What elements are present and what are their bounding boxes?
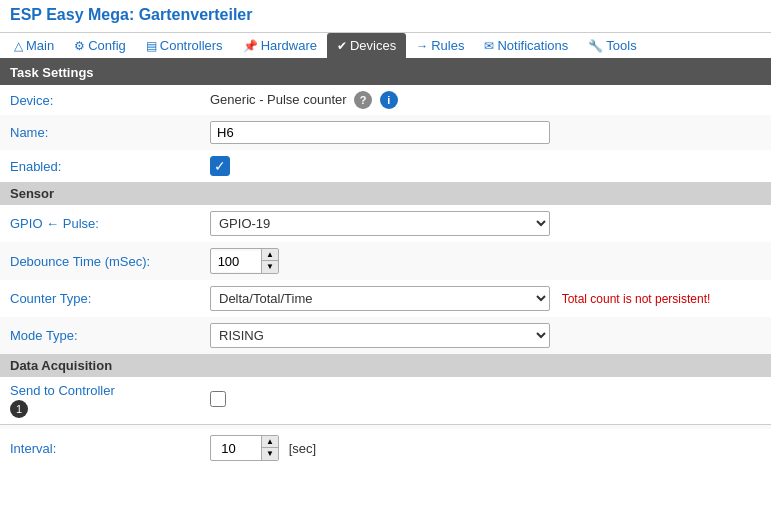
nav-label-hardware: Hardware <box>261 38 317 53</box>
nav-item-notifications[interactable]: ✉ Notifications <box>474 33 578 58</box>
rules-icon: → <box>416 39 428 53</box>
interval-label: Interval: <box>0 429 200 467</box>
nav-item-hardware[interactable]: 📌 Hardware <box>233 33 327 58</box>
device-value: Generic - Pulse counter <box>210 92 347 107</box>
header: ESP Easy Mega: Gartenverteiler <box>0 0 771 33</box>
debounce-increment[interactable]: ▲ <box>262 249 278 261</box>
nav-item-main[interactable]: △ Main <box>4 33 64 58</box>
sensor-header: Sensor <box>0 182 771 205</box>
nav-item-controllers[interactable]: ▤ Controllers <box>136 33 233 58</box>
send-controller-text: Send to Controller <box>10 383 190 398</box>
counter-type-label: Counter Type: <box>0 280 200 317</box>
interval-input[interactable] <box>211 438 261 459</box>
name-input[interactable] <box>210 121 550 144</box>
controller-number-badge: 1 <box>10 400 28 418</box>
debounce-decrement[interactable]: ▼ <box>262 261 278 273</box>
debounce-spinner: ▲ ▼ <box>210 248 279 274</box>
devices-icon: ✔ <box>337 39 347 53</box>
interval-spinner: ▲ ▼ <box>210 435 279 461</box>
device-value-cell: Generic - Pulse counter ? i <box>200 85 771 115</box>
enabled-checkbox[interactable]: ✓ <box>210 156 230 176</box>
device-row: Device: Generic - Pulse counter ? i <box>0 85 771 115</box>
send-controller-row: Send to Controller 1 <box>0 377 771 425</box>
debounce-label: Debounce Time (mSec): <box>0 242 200 280</box>
gpio-row: GPIO ← Pulse: GPIO-19 GPIO-0 GPIO-2 GPIO… <box>0 205 771 242</box>
controllers-icon: ▤ <box>146 39 157 53</box>
send-controller-label-cell: Send to Controller 1 <box>0 377 200 425</box>
nav-label-rules: Rules <box>431 38 464 53</box>
interval-unit: [sec] <box>289 441 316 456</box>
data-acquisition-header: Data Acquisition <box>0 354 771 377</box>
nav-label-devices: Devices <box>350 38 396 53</box>
counter-warning: Total count is not persistent! <box>562 292 711 306</box>
help-info-icon[interactable]: i <box>380 91 398 109</box>
page-title: ESP Easy Mega: Gartenverteiler <box>10 6 761 24</box>
counter-type-row: Counter Type: Delta/Total/Time Delta Tot… <box>0 280 771 317</box>
send-controller-label-wrap: Send to Controller 1 <box>10 383 190 418</box>
interval-row: Interval: ▲ ▼ [sec] <box>0 429 771 467</box>
mode-type-row: Mode Type: RISING FALLING CHANGE <box>0 317 771 354</box>
content-area: Task Settings Device: Generic - Pulse co… <box>0 60 771 467</box>
interval-decrement[interactable]: ▼ <box>262 448 278 460</box>
nav-label-config: Config <box>88 38 126 53</box>
name-value-cell <box>200 115 771 150</box>
debounce-value-cell: ▲ ▼ <box>200 242 771 280</box>
debounce-row: Debounce Time (mSec): ▲ ▼ <box>0 242 771 280</box>
send-controller-checkbox-cell <box>200 377 771 425</box>
hardware-icon: 📌 <box>243 39 258 53</box>
debounce-spinner-buttons: ▲ ▼ <box>261 249 278 273</box>
nav-item-tools[interactable]: 🔧 Tools <box>578 33 646 58</box>
main-icon: △ <box>14 39 23 53</box>
gpio-select[interactable]: GPIO-19 GPIO-0 GPIO-2 GPIO-4 GPIO-5 GPIO… <box>210 211 550 236</box>
interval-increment[interactable]: ▲ <box>262 436 278 448</box>
notifications-icon: ✉ <box>484 39 494 53</box>
gpio-value-cell: GPIO-19 GPIO-0 GPIO-2 GPIO-4 GPIO-5 GPIO… <box>200 205 771 242</box>
config-icon: ⚙ <box>74 39 85 53</box>
task-settings-table: Device: Generic - Pulse counter ? i Name… <box>0 85 771 182</box>
counter-type-value-cell: Delta/Total/Time Delta Total Time Total … <box>200 280 771 317</box>
enabled-row: Enabled: ✓ <box>0 150 771 182</box>
enabled-label: Enabled: <box>0 150 200 182</box>
nav-item-config[interactable]: ⚙ Config <box>64 33 136 58</box>
send-controller-checkbox[interactable] <box>210 391 226 407</box>
gpio-label: GPIO ← Pulse: <box>0 205 200 242</box>
help-question-icon[interactable]: ? <box>354 91 372 109</box>
nav-label-main: Main <box>26 38 54 53</box>
enabled-value-cell: ✓ <box>200 150 771 182</box>
interval-value-cell: ▲ ▼ [sec] <box>200 429 771 467</box>
mode-type-label: Mode Type: <box>0 317 200 354</box>
name-label: Name: <box>0 115 200 150</box>
tools-icon: 🔧 <box>588 39 603 53</box>
data-acquisition-table: Send to Controller 1 Interval: ▲ ▼ <box>0 377 771 467</box>
counter-type-select[interactable]: Delta/Total/Time Delta Total Time <box>210 286 550 311</box>
mode-type-value-cell: RISING FALLING CHANGE <box>200 317 771 354</box>
name-row: Name: <box>0 115 771 150</box>
nav-label-controllers: Controllers <box>160 38 223 53</box>
nav-item-devices[interactable]: ✔ Devices <box>327 33 406 58</box>
debounce-input[interactable] <box>211 251 261 272</box>
nav-item-rules[interactable]: → Rules <box>406 33 474 58</box>
nav-label-notifications: Notifications <box>497 38 568 53</box>
device-label: Device: <box>0 85 200 115</box>
sensor-table: GPIO ← Pulse: GPIO-19 GPIO-0 GPIO-2 GPIO… <box>0 205 771 354</box>
mode-type-select[interactable]: RISING FALLING CHANGE <box>210 323 550 348</box>
nav-label-tools: Tools <box>606 38 636 53</box>
interval-spinner-buttons: ▲ ▼ <box>261 436 278 460</box>
task-settings-header: Task Settings <box>0 60 771 85</box>
main-nav: △ Main ⚙ Config ▤ Controllers 📌 Hardware… <box>0 33 771 60</box>
